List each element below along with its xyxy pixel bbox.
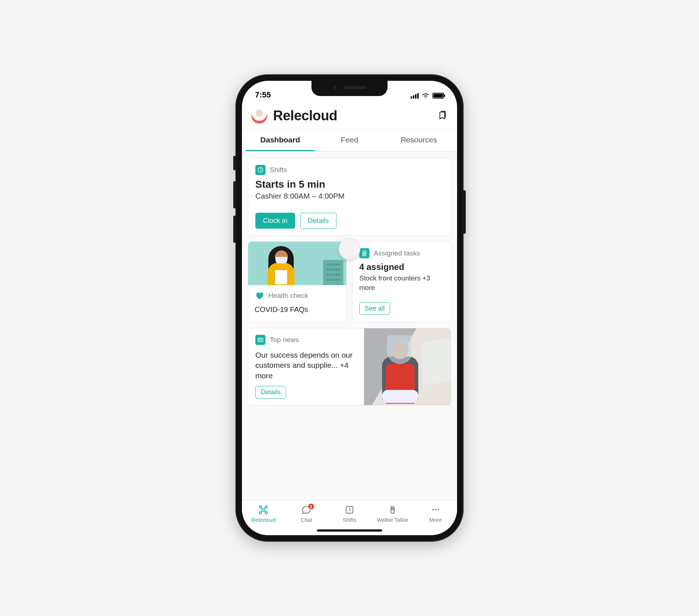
news-card: Top news Our success depends on our cust…: [248, 328, 451, 405]
walkie-icon: [387, 504, 398, 515]
status-icons: [411, 92, 444, 100]
touch-indicator: [339, 238, 360, 260]
see-all-button[interactable]: See all: [359, 302, 390, 315]
status-time: 7:55: [255, 90, 271, 100]
nav-chat[interactable]: 2 Chat: [285, 504, 328, 523]
bookmark-icon: [438, 111, 447, 120]
news-label: Top news: [270, 336, 299, 344]
relecloud-icon: [258, 504, 269, 515]
app-header: Relecloud: [242, 101, 457, 129]
svg-point-8: [265, 512, 268, 514]
tasks-icon: [359, 248, 369, 258]
health-label: Health check: [268, 292, 308, 300]
svg-point-12: [432, 509, 434, 511]
svg-point-5: [259, 506, 261, 508]
avatar[interactable]: [251, 108, 267, 124]
battery-icon: [432, 93, 444, 99]
tasks-subtitle: Stock front counters +3 more: [359, 274, 444, 292]
chat-badge: 2: [307, 503, 315, 510]
news-details-button[interactable]: Details: [255, 386, 286, 399]
wifi-icon: [422, 92, 430, 100]
clock-icon: [255, 165, 265, 175]
notch: [311, 81, 388, 96]
shifts-card: Shifts Starts in 5 min Cashier 8:00AM – …: [248, 158, 451, 236]
shift-subtitle: Cashier 8:00AM – 4:00PM: [255, 192, 444, 200]
bookmark-button[interactable]: [437, 110, 448, 121]
svg-point-6: [265, 506, 268, 508]
tabs: Dashboard Feed Resources: [242, 129, 457, 151]
health-illustration: [248, 242, 346, 285]
nav-shifts[interactable]: Shifts: [328, 504, 371, 523]
nav-relecloud[interactable]: Relecloud: [242, 504, 285, 523]
tab-dashboard[interactable]: Dashboard: [246, 129, 315, 151]
health-card[interactable]: Health check COVID-19 FAQs: [248, 241, 347, 322]
dashboard-body[interactable]: Shifts Starts in 5 min Cashier 8:00AM – …: [242, 151, 457, 500]
home-indicator[interactable]: [317, 529, 382, 532]
shift-title: Starts in 5 min: [255, 179, 444, 190]
svg-point-13: [435, 509, 436, 511]
nav-label: Chat: [301, 517, 312, 523]
svg-point-7: [259, 512, 261, 514]
heart-icon: [255, 291, 264, 300]
nav-walkie[interactable]: Walkie Talkie: [371, 504, 414, 523]
tasks-label: Assigned tasks: [374, 249, 420, 257]
svg-rect-3: [259, 339, 261, 340]
news-image: [364, 328, 451, 405]
tasks-title: 4 assigned: [359, 262, 444, 272]
svg-rect-11: [392, 508, 393, 510]
app-title: Relecloud: [273, 108, 431, 124]
svg-point-14: [437, 509, 439, 511]
health-title: COVID-19 FAQs: [255, 305, 340, 314]
shifts-nav-icon: [344, 504, 355, 515]
tasks-card: Assigned tasks 4 assigned Stock front co…: [352, 241, 451, 322]
shift-details-button[interactable]: Details: [300, 213, 336, 229]
nav-label: Walkie Talkie: [377, 517, 408, 523]
nav-label: Relecloud: [251, 517, 276, 523]
shifts-label: Shifts: [270, 166, 287, 174]
nav-more[interactable]: More: [414, 504, 457, 523]
news-text: Our success depends on our customers and…: [255, 350, 357, 381]
clock-in-button[interactable]: Clock in: [255, 213, 295, 229]
news-icon: [255, 335, 265, 345]
nav-label: More: [429, 517, 441, 523]
screen: 7:55 Relecloud Dashboard Fee: [242, 81, 457, 535]
tab-resources[interactable]: Resources: [384, 129, 453, 151]
tab-feed[interactable]: Feed: [315, 129, 384, 151]
phone-frame: 7:55 Relecloud Dashboard Fee: [235, 74, 464, 542]
more-icon: [430, 504, 441, 515]
cellular-icon: [411, 93, 419, 99]
nav-label: Shifts: [343, 517, 356, 523]
